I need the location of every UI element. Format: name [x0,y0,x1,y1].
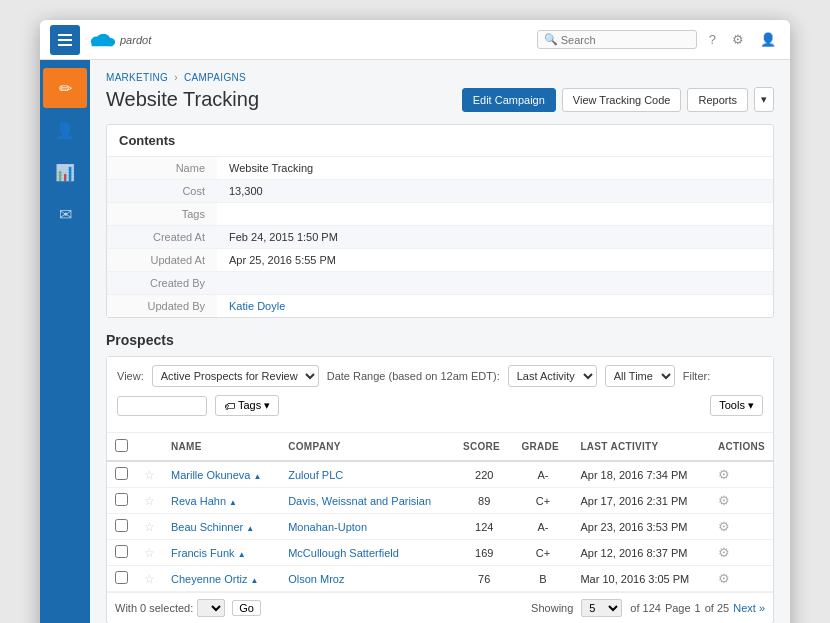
star-icon-2[interactable]: ☆ [144,494,155,508]
prospect-name-1[interactable]: Marille Okuneva ▲ [171,469,261,481]
salesforce-logo [88,31,116,49]
view-label: View: [117,370,144,382]
tags-button[interactable]: 🏷 Tags ▾ [215,395,279,416]
label-updated-by: Updated By [107,295,217,317]
grade-4: C+ [513,540,572,566]
person-icon: 👤 [55,121,75,140]
value-name: Website Tracking [217,157,773,179]
breadcrumb: MARKETING › CAMPAIGNS [106,72,774,83]
date-range-field-select[interactable]: Last Activity [508,365,597,387]
prospect-name-2[interactable]: Reva Hahn ▲ [171,495,237,507]
prospects-card: View: Active Prospects for Review Date R… [106,356,774,623]
view-select[interactable]: Active Prospects for Review [152,365,319,387]
chart-icon: 📊 [55,163,75,182]
company-4[interactable]: McCullough Satterfield [288,547,399,559]
header-actions: Edit Campaign View Tracking Code Reports… [462,87,774,112]
total-pages-label: of 25 [705,602,729,614]
filter-input[interactable] [117,396,207,416]
row-checkbox-1[interactable] [115,467,128,480]
reports-button[interactable]: Reports [687,88,748,112]
page-label: Page [665,602,691,614]
filter-label: Filter: [683,370,711,382]
info-row-name: Name Website Tracking [107,157,773,180]
edit-icon: ✏ [59,79,72,98]
gear-icon-1[interactable]: ⚙ [718,467,730,482]
info-row-tags: Tags [107,203,773,226]
sidebar-item-chart[interactable]: 📊 [43,152,87,192]
score-5: 76 [455,566,513,592]
star-icon-1[interactable]: ☆ [144,468,155,482]
search-icon: 🔍 [544,33,558,46]
prospects-table-body: ☆ Marille Okuneva ▲ Zulouf PLC 220 A- Ap… [107,461,773,592]
user-icon[interactable]: 👤 [756,30,780,49]
with-selected-label: With 0 selected: [115,602,193,614]
prospect-name-3[interactable]: Beau Schinner ▲ [171,521,254,533]
current-page: 1 [695,602,701,614]
grade-1: A- [513,461,572,488]
company-5[interactable]: Olson Mroz [288,573,344,585]
row-checkbox-2[interactable] [115,493,128,506]
go-button[interactable]: Go [232,600,261,616]
next-page-link[interactable]: Next » [733,602,765,614]
row-checkbox-3[interactable] [115,519,128,532]
gear-icon-4[interactable]: ⚙ [718,545,730,560]
last-activity-4: Apr 12, 2016 8:37 PM [572,540,709,566]
showing-label: Showing [531,602,573,614]
mail-icon: ✉ [59,205,72,224]
bulk-action-select[interactable] [197,599,225,617]
view-tracking-code-button[interactable]: View Tracking Code [562,88,682,112]
company-2[interactable]: Davis, Weissnat and Parisian [288,495,431,507]
label-name: Name [107,157,217,179]
company-3[interactable]: Monahan-Upton [288,521,367,533]
page-title: Website Tracking [106,88,462,111]
grade-5: B [513,566,572,592]
pagination: Showing 51025 of 124 Page 1 of 25 Next » [531,599,765,617]
gear-icon-5[interactable]: ⚙ [718,571,730,586]
page-header: Website Tracking Edit Campaign View Trac… [106,87,774,112]
table-row: ☆ Cheyenne Ortiz ▲ Olson Mroz 76 B Mar 1… [107,566,773,592]
search-box[interactable]: 🔍 [537,30,697,49]
row-checkbox-5[interactable] [115,571,128,584]
settings-icon[interactable]: ⚙ [728,30,748,49]
gear-icon-2[interactable]: ⚙ [718,493,730,508]
info-row-created-by: Created By [107,272,773,295]
logo-area: pardot [88,31,151,49]
value-tags [217,203,773,225]
updated-by-link[interactable]: Katie Doyle [229,300,285,312]
row-checkbox-4[interactable] [115,545,128,558]
of-label: of 124 [630,602,661,614]
browser-window: pardot 🔍 ? ⚙ 👤 ✏ 👤 📊 ✉ [40,20,790,623]
search-input[interactable] [561,34,691,46]
reports-dropdown-button[interactable]: ▾ [754,87,774,112]
gear-icon-3[interactable]: ⚙ [718,519,730,534]
star-icon-4[interactable]: ☆ [144,546,155,560]
tools-button[interactable]: Tools ▾ [710,395,763,416]
sidebar-item-mail[interactable]: ✉ [43,194,87,234]
last-activity-2: Apr 17, 2016 2:31 PM [572,488,709,514]
page-size-select[interactable]: 51025 [581,599,622,617]
score-1: 220 [455,461,513,488]
sidebar-item-edit[interactable]: ✏ [43,68,87,108]
info-row-cost: Cost 13,300 [107,180,773,203]
edit-campaign-button[interactable]: Edit Campaign [462,88,556,112]
breadcrumb-campaigns[interactable]: CAMPAIGNS [184,72,246,83]
date-range-period-select[interactable]: All Time [605,365,675,387]
prospect-name-5[interactable]: Cheyenne Ortiz ▲ [171,573,258,585]
label-updated-at: Updated At [107,249,217,271]
col-header-score: SCORE [455,433,513,461]
prospect-name-4[interactable]: Francis Funk ▲ [171,547,246,559]
star-icon-5[interactable]: ☆ [144,572,155,586]
last-activity-3: Apr 23, 2016 3:53 PM [572,514,709,540]
help-icon[interactable]: ? [705,30,720,49]
value-created-at: Feb 24, 2015 1:50 PM [217,226,773,248]
company-1[interactable]: Zulouf PLC [288,469,343,481]
col-header-check [107,433,136,461]
star-icon-3[interactable]: ☆ [144,520,155,534]
select-all-checkbox[interactable] [115,439,128,452]
sidebar-item-person[interactable]: 👤 [43,110,87,150]
breadcrumb-separator: › [174,72,178,83]
breadcrumb-marketing[interactable]: MARKETING [106,72,168,83]
label-created-at: Created At [107,226,217,248]
hamburger-button[interactable] [50,25,80,55]
col-header-company: COMPANY [280,433,455,461]
